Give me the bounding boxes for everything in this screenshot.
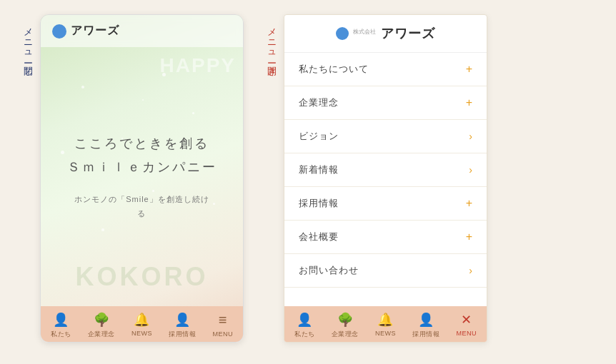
menu-nav-item-menu-close[interactable]: ✕ MENU: [446, 312, 487, 339]
menu-nav-item-saiyo[interactable]: 👤 採用情報: [406, 312, 447, 339]
menu-nav-label-news: NEWS: [375, 330, 396, 337]
snow-dot-2: [192, 112, 194, 114]
menu-row-vision[interactable]: ビジョン ›: [284, 120, 487, 153]
menu-logo-text: アワーズ: [381, 26, 435, 41]
arrow-icon-contact: ›: [469, 265, 472, 276]
menu-label-about: 私たちについて: [299, 63, 369, 76]
nav-label-saiyo: 採用情報: [169, 330, 196, 339]
nav-label-menu: MENU: [212, 330, 233, 338]
bell-icon: 🔔: [134, 312, 149, 328]
menu-bell-icon: 🔔: [377, 312, 393, 328]
nav-label-kigyorinen: 企業理念: [88, 330, 115, 339]
snow-dot-3: [61, 151, 64, 154]
menu-row-philosophy[interactable]: 企業理念 +: [284, 86, 487, 120]
menu-close-label[interactable]: メニュー閉じ: [21, 14, 34, 73]
menu-nav-item-news[interactable]: 🔔 NEWS: [365, 312, 406, 339]
menu-nav-item-watashitachi[interactable]: 👤 私たち: [284, 312, 325, 339]
menu-items-list: 私たちについて + 企業理念 + ビジョン › 新着情報 › 採用情報: [284, 53, 487, 306]
nav-item-watashitachi[interactable]: 👤 私たち: [41, 312, 81, 339]
phone-frame: アワーズ HAPPY こころでときを創る Ｓｍｉｌｅカンパニー: [40, 14, 244, 343]
left-section: メニュー閉じ アワーズ HAPPY こころで: [21, 14, 244, 343]
menu-nav-label-menu: MENU: [456, 330, 477, 337]
menu-nav-item-kigyorinen[interactable]: 🌳 企業理念: [325, 312, 366, 339]
menu-nav-label-saiyo: 採用情報: [412, 330, 439, 339]
menu-row-contact[interactable]: お問い合わせ ›: [284, 254, 487, 288]
snow-dot-7: [152, 190, 154, 192]
person2-icon: 👤: [174, 312, 190, 328]
snow-dot-5: [101, 228, 104, 231]
sub-heading: ホンモノの「Smile」を創造し続け る: [74, 193, 209, 221]
menu-header-inner: 株式会社 アワーズ: [336, 25, 434, 42]
menu-row-company[interactable]: 会社概要 +: [284, 221, 487, 254]
snow-dot-1: [81, 86, 84, 89]
right-section: メニュー開き 株式会社 アワーズ 私たちについて +: [265, 14, 487, 343]
nav-item-saiyo[interactable]: 👤 採用情報: [162, 312, 203, 339]
phone-logo-text: アワーズ: [71, 24, 119, 39]
phone-header: アワーズ: [41, 15, 243, 47]
watermark-kokoro: KOKORO: [76, 262, 209, 292]
plus-icon-about: +: [466, 63, 472, 76]
menu-row-about[interactable]: 私たちについて +: [284, 53, 487, 86]
menu-nav-label-kigyorinen: 企業理念: [332, 330, 359, 339]
menu-panel: 株式会社 アワーズ 私たちについて + 企業理念 + ビジョン ›: [284, 14, 487, 343]
nav-item-news[interactable]: 🔔 NEWS: [121, 312, 162, 339]
arrow-icon-vision: ›: [469, 131, 472, 142]
main-heading: こころでときを創る Ｓｍｉｌｅカンパニー: [67, 132, 217, 178]
menu-label-philosophy: 企業理念: [299, 96, 339, 109]
phone-bottom-nav: 👤 私たち 🌳 企業理念 🔔 NEWS 👤 採用情報 ≡ MENU: [41, 306, 243, 342]
hamburger-icon: ≡: [219, 312, 227, 328]
company-label: 株式会社: [353, 29, 376, 35]
menu-label-vision: ビジョン: [299, 130, 339, 143]
menu-logo-dot: [336, 27, 349, 40]
plus-icon-philosophy: +: [466, 96, 472, 109]
plus-icon-company: +: [466, 231, 472, 243]
menu-row-recruit[interactable]: 採用情報 +: [284, 187, 487, 221]
menu-label-contact: お問い合わせ: [299, 264, 359, 277]
menu-label-company: 会社概要: [299, 231, 339, 243]
plus-icon-recruit: +: [466, 197, 472, 210]
menu-person-icon: 👤: [297, 312, 312, 328]
nav-item-menu[interactable]: ≡ MENU: [202, 312, 243, 339]
close-x-icon: ✕: [461, 312, 472, 328]
menu-label-news: 新着情報: [299, 163, 339, 176]
menu-nav-label-watashitachi: 私たち: [294, 330, 315, 339]
arrow-icon-news: ›: [469, 164, 472, 176]
tree-icon: 🌳: [94, 312, 109, 328]
logo-dot: [52, 24, 66, 39]
snow-dot-6: [142, 99, 144, 101]
menu-label-recruit: 採用情報: [299, 197, 339, 210]
menu-open-label[interactable]: メニュー開き: [265, 14, 278, 73]
menu-person2-icon: 👤: [418, 312, 434, 328]
menu-logo-group: 株式会社 アワーズ: [353, 25, 434, 42]
phone-content: HAPPY こころでときを創る Ｓｍｉｌｅカンパニー ホンモノの「Smile」を…: [41, 47, 243, 306]
page-container: メニュー閉じ アワーズ HAPPY こころで: [0, 0, 616, 364]
snow-dot-4: [213, 203, 215, 205]
nav-label-watashitachi: 私たち: [51, 330, 71, 339]
menu-bottom-nav: 👤 私たち 🌳 企業理念 🔔 NEWS 👤 採用情報 ✕ MENU: [284, 306, 487, 342]
nav-label-news: NEWS: [131, 330, 152, 337]
nav-item-kigyorinen[interactable]: 🌳 企業理念: [81, 312, 122, 339]
menu-panel-header: 株式会社 アワーズ: [284, 15, 487, 53]
menu-tree-icon: 🌳: [337, 312, 353, 328]
watermark-happy: HAPPY: [160, 54, 236, 77]
person-icon: 👤: [53, 312, 69, 328]
menu-row-news[interactable]: 新着情報 ›: [284, 153, 487, 187]
